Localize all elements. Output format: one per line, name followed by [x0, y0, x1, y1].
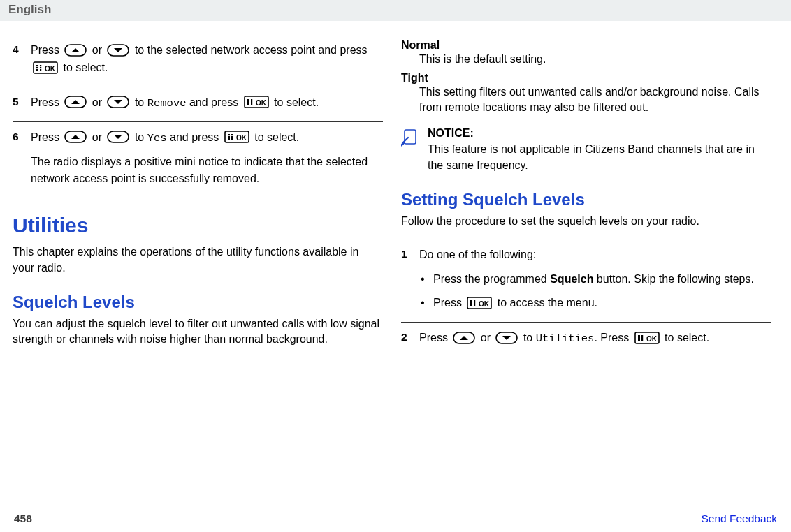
mono-text: Remove	[147, 97, 187, 110]
ok-menu-icon: OK	[467, 297, 492, 309]
down-arrow-icon	[495, 332, 518, 344]
svg-rect-46	[641, 337, 643, 339]
def-desc: This is the default setting.	[419, 52, 771, 68]
def-term: Tight	[401, 72, 771, 84]
up-arrow-icon	[64, 131, 87, 143]
setting-squelch-intro: Follow the procedure to set the squelch …	[401, 214, 771, 229]
svg-rect-17	[251, 101, 252, 103]
notice-heading: NOTICE:	[428, 126, 771, 142]
svg-rect-44	[638, 339, 640, 341]
step-number: 4	[13, 42, 31, 56]
step-body: Press or to Yes and press OK to select. …	[31, 129, 383, 189]
svg-rect-36	[474, 302, 475, 304]
header-language: English	[0, 0, 791, 21]
svg-rect-16	[251, 99, 252, 101]
squelch-levels-intro: You can adjust the squelch level to filt…	[13, 316, 383, 348]
bold-text: Squelch	[550, 273, 593, 285]
svg-rect-47	[641, 339, 643, 341]
svg-rect-35	[474, 300, 475, 302]
svg-text:OK: OK	[646, 334, 658, 342]
svg-rect-24	[228, 136, 230, 138]
def-desc: This setting filters out unwanted calls …	[419, 84, 771, 116]
down-arrow-icon	[107, 131, 129, 143]
svg-rect-34	[470, 304, 472, 306]
bullet-item: • Press OK to access the menu.	[421, 295, 771, 312]
notice-text: NOTICE: This feature is not applicable i…	[428, 126, 771, 173]
step-number: 2	[401, 330, 419, 343]
svg-rect-27	[231, 136, 233, 138]
mono-text: Yes	[147, 132, 167, 145]
svg-rect-32	[470, 300, 472, 302]
page-number: 458	[14, 512, 32, 525]
step-number: 6	[13, 129, 31, 143]
svg-rect-23	[228, 134, 230, 135]
definition-tight: Tight This setting filters out unwanted …	[401, 72, 771, 116]
step-body: Do one of the following: • Press the pro…	[419, 246, 771, 319]
down-arrow-icon	[107, 44, 129, 57]
svg-rect-42	[638, 335, 640, 337]
svg-rect-45	[641, 335, 643, 337]
svg-rect-15	[247, 103, 249, 105]
svg-rect-4	[36, 67, 38, 68]
svg-rect-28	[231, 138, 233, 140]
up-arrow-icon	[64, 44, 87, 57]
bullet-item: • Press the programmed Squelch button. S…	[421, 271, 771, 288]
svg-rect-7	[40, 67, 41, 68]
definition-normal: Normal This is the default setting.	[401, 39, 771, 68]
svg-rect-13	[247, 99, 249, 101]
step-body: Press or to Remove and press OK to selec…	[31, 94, 383, 112]
up-arrow-icon	[64, 96, 87, 108]
svg-rect-8	[40, 69, 41, 71]
svg-rect-43	[638, 337, 640, 339]
step-body: Press or to Utilities. Press OK to selec…	[419, 330, 771, 347]
step-4: 4 Press or to the selected network acces…	[13, 35, 383, 87]
step-number: 5	[13, 94, 31, 108]
svg-rect-14	[247, 101, 249, 103]
bullet-marker: •	[421, 271, 433, 288]
svg-rect-18	[251, 103, 252, 105]
bullet-marker: •	[421, 295, 433, 312]
svg-text:OK: OK	[479, 300, 490, 308]
svg-text:OK: OK	[236, 134, 247, 142]
ok-menu-icon: OK	[224, 131, 249, 143]
bullet-body: Press OK to access the menu.	[433, 295, 771, 311]
setting-squelch-heading: Setting Squelch Levels	[401, 190, 771, 209]
squelch-levels-heading: Squelch Levels	[13, 293, 383, 312]
svg-rect-3	[36, 65, 38, 66]
ok-menu-icon: OK	[33, 61, 58, 74]
svg-rect-26	[231, 134, 233, 135]
left-column: 4 Press or to the selected network acces…	[13, 35, 383, 357]
ok-menu-icon: OK	[634, 332, 660, 344]
utilities-heading: Utilities	[13, 214, 383, 237]
utilities-intro: This chapter explains the operations of …	[13, 244, 383, 276]
svg-rect-5	[36, 69, 38, 71]
page-content: 4 Press or to the selected network acces…	[0, 21, 791, 364]
bullet-body: Press the programmed Squelch button. Ski…	[433, 271, 771, 288]
step-number: 1	[401, 246, 419, 260]
send-feedback-link[interactable]: Send Feedback	[701, 512, 777, 525]
up-arrow-icon	[453, 332, 475, 344]
step-lead: Do one of the following:	[419, 246, 771, 264]
setting-step-1: 1 Do one of the following: • Press the p…	[401, 239, 771, 322]
svg-rect-33	[470, 302, 472, 304]
ok-menu-icon: OK	[244, 96, 269, 108]
down-arrow-icon	[107, 96, 129, 108]
svg-rect-37	[474, 304, 475, 306]
step-extra-note: The radio displays a positive mini notic…	[31, 154, 383, 189]
step-5: 5 Press or to Remove and press OK to sel…	[13, 87, 383, 122]
svg-text:OK: OK	[256, 99, 267, 107]
notice-icon	[401, 126, 421, 149]
notice-box: NOTICE: This feature is not applicable i…	[401, 126, 771, 173]
svg-rect-6	[40, 65, 41, 66]
notice-body: This feature is not applicable in Citize…	[428, 143, 755, 171]
svg-rect-30	[405, 130, 416, 144]
step-6: 6 Press or to Yes and press OK to select…	[13, 122, 383, 199]
right-column: Normal This is the default setting. Tigh…	[401, 35, 771, 357]
step-body: Press or to the selected network access …	[31, 42, 383, 77]
svg-rect-25	[228, 138, 230, 140]
def-term: Normal	[401, 39, 771, 52]
setting-step-2: 2 Press or to Utilities. Press OK to sel…	[401, 322, 771, 357]
footer: 458 Send Feedback	[0, 512, 791, 525]
mono-text: Utilities	[536, 332, 595, 345]
svg-text:OK: OK	[45, 64, 56, 72]
